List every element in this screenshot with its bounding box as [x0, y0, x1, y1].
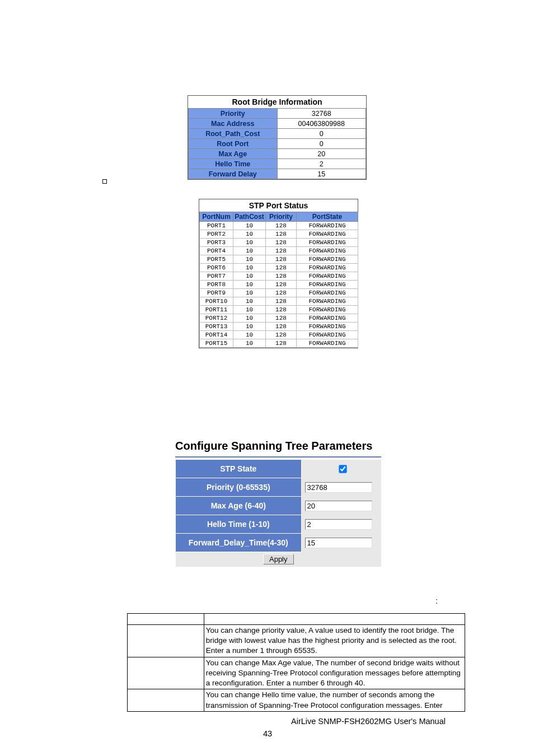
root-bridge-value: 0	[277, 129, 366, 139]
page-number: 43	[263, 729, 272, 738]
stp-port-cell: FORWARDING	[297, 339, 358, 348]
forward-delay-label: Forward_Delay_Time(4-30)	[176, 534, 302, 552]
stp-port-cell: 128	[266, 272, 297, 281]
stp-port-cell: 10	[233, 281, 266, 289]
stp-port-cell: FORWARDING	[297, 247, 358, 255]
stp-port-cell: PORT11	[200, 306, 233, 314]
stp-state-checkbox[interactable]	[339, 465, 347, 473]
table-row: PORT1310128FORWARDING	[200, 323, 358, 331]
root-bridge-value: 0	[277, 139, 366, 149]
stp-port-status-title: STP Port Status	[199, 199, 358, 212]
stp-port-cell: FORWARDING	[297, 239, 358, 247]
stp-port-cell: PORT12	[200, 314, 233, 323]
stp-port-cell: FORWARDING	[297, 281, 358, 289]
stp-port-cell: 128	[266, 222, 297, 230]
stp-port-cell: 10	[233, 247, 266, 255]
stp-port-cell: 128	[266, 306, 297, 314]
root-bridge-key: Root_Path_Cost	[189, 129, 278, 139]
table-row	[128, 614, 465, 625]
priority-label: Priority (0-65535)	[176, 478, 302, 497]
table-row: PORT1410128FORWARDING	[200, 331, 358, 339]
stp-port-header: PathCost	[233, 212, 266, 222]
table-row: PORT610128FORWARDING	[200, 264, 358, 272]
stp-port-cell: PORT8	[200, 281, 233, 289]
priority-input[interactable]	[305, 482, 372, 493]
description-value	[204, 614, 465, 625]
configure-title: Configure Spanning Tree Parameters	[175, 440, 372, 452]
configure-table: STP State Priority (0-65535) Max Age (6-…	[175, 459, 381, 567]
stp-port-cell: 10	[233, 297, 266, 306]
configure-title-underline	[175, 456, 381, 458]
stp-port-cell: 128	[266, 297, 297, 306]
description-key	[128, 657, 204, 689]
max-age-label: Max Age (6-40)	[176, 497, 302, 515]
description-value: You can change Max Age value, The number…	[204, 657, 465, 689]
stp-port-cell: 128	[266, 281, 297, 289]
stp-port-cell: 10	[233, 255, 266, 264]
root-bridge-key: Mac Address	[189, 119, 278, 129]
stp-port-cell: FORWARDING	[297, 323, 358, 331]
stp-port-cell: FORWARDING	[297, 264, 358, 272]
stp-port-cell: 10	[233, 306, 266, 314]
description-key	[128, 625, 204, 657]
stp-port-cell: 128	[266, 255, 297, 264]
table-row: PORT810128FORWARDING	[200, 281, 358, 289]
stp-port-cell: 128	[266, 339, 297, 348]
stp-port-cell: 10	[233, 239, 266, 247]
hello-time-input[interactable]	[305, 519, 372, 530]
table-row: PORT1510128FORWARDING	[200, 339, 358, 348]
stp-port-cell: FORWARDING	[297, 230, 358, 239]
stp-port-cell: FORWARDING	[297, 314, 358, 323]
stp-port-cell: FORWARDING	[297, 297, 358, 306]
footer-text: AirLive SNMP-FSH2602MG User's Manual	[291, 717, 446, 726]
stp-port-cell: PORT13	[200, 323, 233, 331]
stp-port-cell: FORWARDING	[297, 255, 358, 264]
stp-port-cell: 128	[266, 264, 297, 272]
stp-port-cell: PORT5	[200, 255, 233, 264]
stp-port-header: PortState	[297, 212, 358, 222]
stp-port-cell: 10	[233, 331, 266, 339]
stp-port-cell: FORWARDING	[297, 331, 358, 339]
description-key	[128, 689, 204, 711]
root-bridge-info-panel: Root Bridge Information Priority32768Mac…	[188, 95, 367, 180]
stp-port-cell: 128	[266, 314, 297, 323]
table-row: PORT710128FORWARDING	[200, 272, 358, 281]
stp-port-cell: PORT14	[200, 331, 233, 339]
stp-port-cell: PORT15	[200, 339, 233, 348]
root-bridge-value: 15	[277, 169, 366, 179]
stp-port-cell: 10	[233, 339, 266, 348]
stp-port-cell: PORT4	[200, 247, 233, 255]
root-bridge-key: Root Port	[189, 139, 278, 149]
root-bridge-key: Forward Delay	[189, 169, 278, 179]
stp-port-cell: PORT7	[200, 272, 233, 281]
stp-port-cell: 10	[233, 289, 266, 297]
max-age-input[interactable]	[305, 501, 372, 511]
stp-port-cell: 10	[233, 272, 266, 281]
stp-port-cell: 128	[266, 247, 297, 255]
table-row: PORT310128FORWARDING	[200, 239, 358, 247]
stp-port-cell: 10	[233, 323, 266, 331]
description-table: You can change priority value, A value u…	[127, 613, 465, 712]
bullet-square-icon	[102, 179, 107, 184]
stp-port-cell: PORT3	[200, 239, 233, 247]
stp-port-cell: 10	[233, 230, 266, 239]
forward-delay-input[interactable]	[305, 538, 372, 548]
table-row: You can change Hello time value, the num…	[128, 689, 465, 711]
stp-port-header: PortNum	[200, 212, 233, 222]
table-row: PORT1110128FORWARDING	[200, 306, 358, 314]
root-bridge-value: 20	[277, 149, 366, 159]
stp-port-cell: 128	[266, 331, 297, 339]
stp-port-cell: FORWARDING	[297, 272, 358, 281]
stp-port-status-panel: STP Port Status PortNumPathCostPriorityP…	[199, 199, 358, 348]
stp-port-header: Priority	[266, 212, 297, 222]
root-bridge-key: Max Age	[189, 149, 278, 159]
stp-port-cell: 128	[266, 239, 297, 247]
stp-port-cell: PORT2	[200, 230, 233, 239]
table-row: PORT210128FORWARDING	[200, 230, 358, 239]
root-bridge-value: 32768	[277, 109, 366, 119]
stp-port-cell: FORWARDING	[297, 222, 358, 230]
description-value: You can change priority value, A value u…	[204, 625, 465, 657]
table-row: PORT410128FORWARDING	[200, 247, 358, 255]
apply-button[interactable]: Apply	[263, 554, 294, 564]
stp-port-cell: FORWARDING	[297, 306, 358, 314]
